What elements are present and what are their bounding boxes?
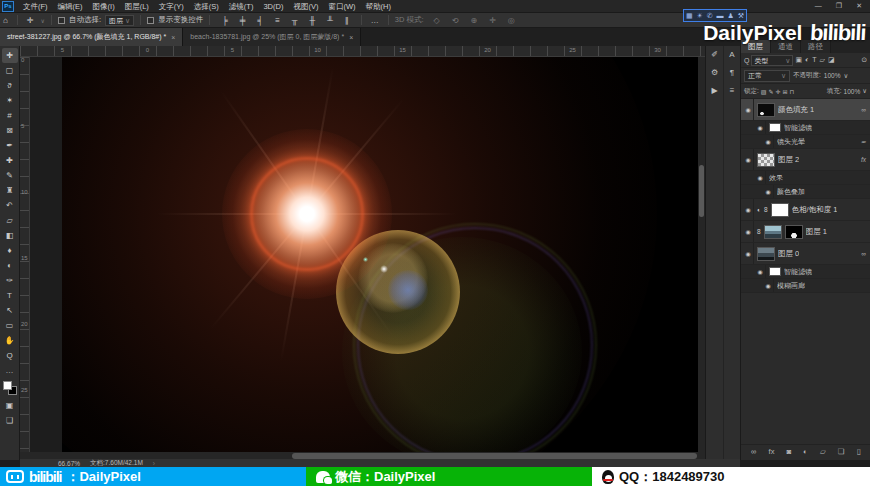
layer-row[interactable]: ◉ 效果 xyxy=(741,171,870,185)
chevron-down-icon[interactable]: ∨ xyxy=(843,72,848,80)
layer-right-icon[interactable]: ∞ xyxy=(861,106,868,113)
layer-visibility-icon[interactable]: ◉ xyxy=(743,199,754,220)
foreground-color-swatch[interactable] xyxy=(3,381,12,390)
layer-visibility-icon[interactable]: ◉ xyxy=(763,279,774,292)
layer-name[interactable]: 效果 xyxy=(769,173,783,183)
align-right-icon[interactable]: ╡ xyxy=(254,16,266,25)
home-icon[interactable]: ⌂ xyxy=(0,16,11,25)
scrollbar-thumb[interactable] xyxy=(699,165,704,217)
close-button[interactable]: ✕ xyxy=(856,2,862,10)
styles-panel-icon[interactable]: ≡ xyxy=(730,86,735,95)
layer-name[interactable]: 颜色叠加 xyxy=(777,187,805,197)
menu-edit[interactable]: 编辑(E) xyxy=(53,0,88,13)
layer-row[interactable]: ◉ 镜头光晕 ≂ xyxy=(741,135,870,149)
filter-smart-objects-icon[interactable]: ◪ xyxy=(828,56,835,64)
layer-name[interactable]: 颜色填充 1 xyxy=(778,105,814,115)
status-chevron-icon[interactable]: › xyxy=(153,460,155,467)
bar-icon[interactable]: ▬ xyxy=(717,12,724,19)
layer-name[interactable]: 智能滤镜 xyxy=(784,267,812,277)
layer-visibility-icon[interactable]: ◉ xyxy=(755,171,766,184)
align-top-icon[interactable]: ╥ xyxy=(289,16,301,25)
crop-tool[interactable]: # xyxy=(2,108,18,123)
3d-slide-icon[interactable]: ✛ xyxy=(486,16,499,25)
layer-name[interactable]: 图层 1 xyxy=(806,227,827,237)
minimize-button[interactable]: — xyxy=(815,2,822,10)
filter-shape-layers-icon[interactable]: ▱ xyxy=(820,56,825,64)
eyedropper-tool[interactable]: ✒ xyxy=(2,138,18,153)
blur-tool[interactable]: ♦ xyxy=(2,243,18,258)
filter-adjustment-layers-icon[interactable]: ◐ xyxy=(805,56,809,64)
restore-button[interactable]: ❐ xyxy=(836,2,842,10)
lock-artboard-icon[interactable]: ⊞ xyxy=(783,88,788,95)
layer-thumbnail[interactable] xyxy=(769,123,781,132)
layer-style-icon[interactable]: fx xyxy=(769,447,775,456)
paragraph-panel-icon[interactable]: ¶ xyxy=(730,68,734,77)
hand-tool[interactable]: ✋ xyxy=(2,333,18,348)
align-middle-v-icon[interactable]: ╫ xyxy=(306,16,318,25)
lock-transparency-icon[interactable]: ▨ xyxy=(761,88,767,95)
layer-name[interactable]: 色相/饱和度 1 xyxy=(792,205,838,215)
distribute-v-icon[interactable]: ∥ xyxy=(342,16,352,25)
pen-tool[interactable]: ✑ xyxy=(2,273,18,288)
3d-camera-icon[interactable]: ◎ xyxy=(505,16,518,25)
path-selection-tool[interactable]: ↖ xyxy=(2,303,18,318)
history-brush-tool[interactable]: ↶ xyxy=(2,198,18,213)
quick-mask-button[interactable]: ▣ xyxy=(2,398,18,413)
gradient-tool[interactable]: ◧ xyxy=(2,228,18,243)
layer-thumbnail[interactable] xyxy=(757,103,775,117)
brush-tool[interactable]: ✎ xyxy=(2,168,18,183)
layer-mask-thumbnail[interactable] xyxy=(785,225,803,239)
move-tool-option-icon[interactable]: ✛ xyxy=(24,16,37,25)
clone-stamp-tool[interactable]: ♜ xyxy=(2,183,18,198)
brightness-icon[interactable]: ☀ xyxy=(697,12,703,19)
adjustment-layer-icon[interactable]: ◐ xyxy=(803,447,808,456)
filter-toggle-icon[interactable]: ⊙ xyxy=(861,56,867,64)
menu-image[interactable]: 图像(I) xyxy=(88,0,120,13)
layer-thumbnail[interactable] xyxy=(757,247,775,261)
menu-file[interactable]: 文件(F) xyxy=(18,0,53,13)
layer-right-icon[interactable]: ∞ xyxy=(861,250,868,257)
opacity-value[interactable]: 100% xyxy=(824,72,841,79)
fill-value[interactable]: 100% xyxy=(844,88,861,95)
zoom-level[interactable]: 66.67% xyxy=(58,460,80,467)
chevron-down-icon[interactable]: ∨ xyxy=(41,17,45,24)
canvas-image[interactable] xyxy=(62,57,700,452)
zoom-tool[interactable]: Q xyxy=(2,348,18,363)
show-transform-checkbox[interactable] xyxy=(147,17,154,24)
move-tool[interactable]: ✛ xyxy=(2,48,18,63)
call-icon[interactable]: ✆ xyxy=(707,12,713,19)
layer-thumbnail[interactable] xyxy=(771,203,789,217)
layer-visibility-icon[interactable]: ◉ xyxy=(763,135,774,148)
menu-3d[interactable]: 3D(D) xyxy=(258,0,288,13)
document-tab[interactable]: beach-1835781.jpg @ 25% (图层 0, 图层蒙版/8) *… xyxy=(183,28,361,46)
3d-pan-icon[interactable]: ⊕ xyxy=(467,16,480,25)
dodge-tool[interactable]: ◐ xyxy=(2,258,18,273)
type-tool[interactable]: T xyxy=(2,288,18,303)
frame-tool[interactable]: ⊠ xyxy=(2,123,18,138)
new-layer-icon[interactable]: ❏ xyxy=(838,447,845,456)
layer-row[interactable]: ◉ 颜色叠加 xyxy=(741,185,870,199)
layer-visibility-icon[interactable]: ◉ xyxy=(743,243,754,264)
auto-select-checkbox[interactable] xyxy=(58,17,65,24)
layer-name[interactable]: 智能滤镜 xyxy=(784,123,812,133)
tab-close-icon[interactable]: × xyxy=(171,34,175,41)
healing-brush-tool[interactable]: ✚ xyxy=(2,153,18,168)
shape-tool[interactable]: ▭ xyxy=(2,318,18,333)
menu-view[interactable]: 视图(V) xyxy=(288,0,323,13)
layer-name[interactable]: 图层 2 xyxy=(778,155,799,165)
character-panel-icon[interactable]: A xyxy=(729,50,734,59)
menu-layer[interactable]: 图层(L) xyxy=(120,0,154,13)
tab-close-icon[interactable]: × xyxy=(349,34,353,41)
lock-all-icon[interactable]: ⊓ xyxy=(790,88,795,95)
edit-toolbar-button[interactable]: … xyxy=(2,363,18,378)
3d-orbit-icon[interactable]: ◇ xyxy=(431,16,443,25)
layer-visibility-icon[interactable]: ◉ xyxy=(755,121,766,134)
blend-mode-dropdown[interactable]: 正常∨ xyxy=(744,70,790,82)
document-tab[interactable]: street-381227.jpg @ 66.7% (颜色填充 1, RGB/8… xyxy=(0,28,183,46)
lasso-tool[interactable]: ϑ xyxy=(2,78,18,93)
align-bottom-icon[interactable]: ╨ xyxy=(324,16,336,25)
brush-settings-panel-icon[interactable]: ✐ xyxy=(711,50,718,59)
link-layers-icon[interactable]: ∞ xyxy=(751,447,756,456)
actions-panel-icon[interactable]: ▶ xyxy=(711,86,717,95)
more-options-icon[interactable]: … xyxy=(368,16,382,25)
